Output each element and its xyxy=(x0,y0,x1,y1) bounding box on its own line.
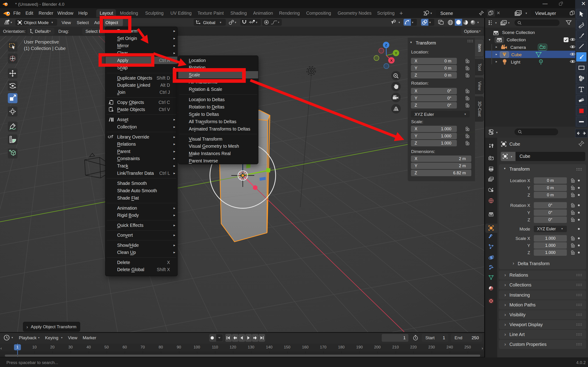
svg-text:1: 1 xyxy=(580,76,581,78)
svg-text:Z: Z xyxy=(385,43,387,47)
svg-text:X: X xyxy=(390,58,393,62)
svg-text:2: 2 xyxy=(582,77,583,79)
svg-text:3: 3 xyxy=(580,79,582,81)
svg-text:Y: Y xyxy=(395,51,397,55)
